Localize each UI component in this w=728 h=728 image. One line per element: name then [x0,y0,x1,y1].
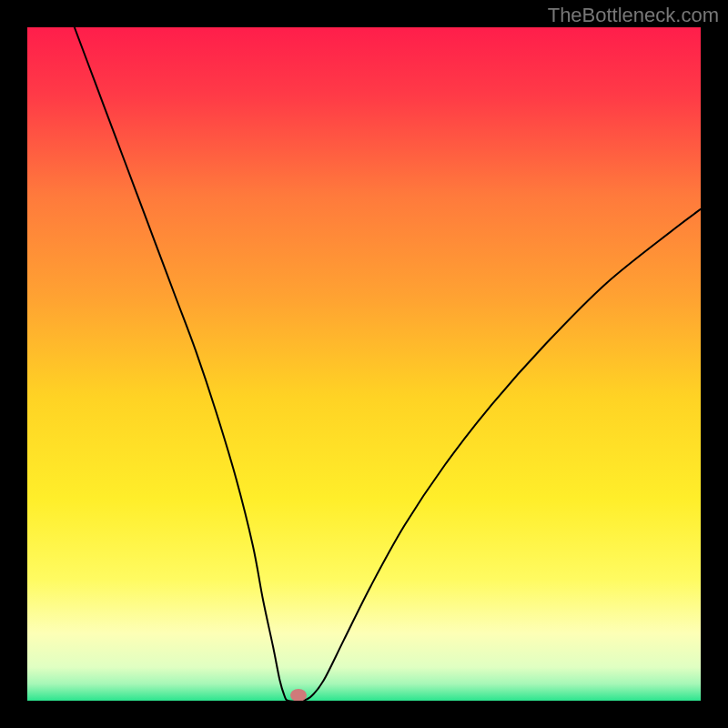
background-gradient [27,27,701,701]
plot-area [27,27,701,701]
svg-rect-0 [27,27,701,701]
watermark-text: TheBottleneck.com [548,4,719,27]
chart-frame: TheBottleneck.com [0,0,728,728]
optimum-marker [290,689,307,701]
